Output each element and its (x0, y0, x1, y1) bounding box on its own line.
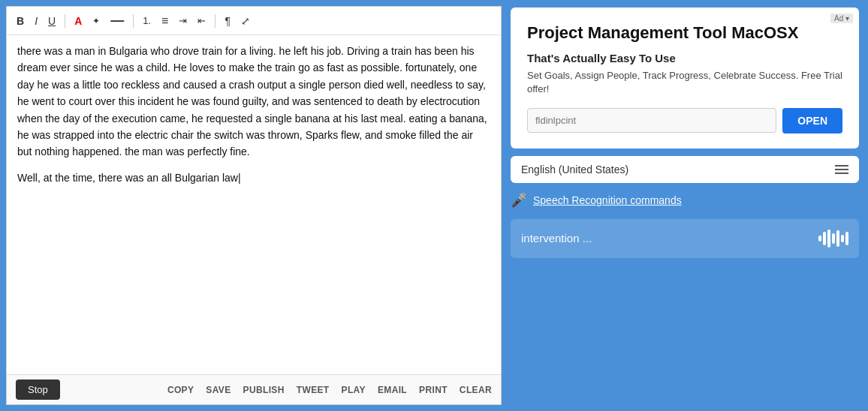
toolbar-separator-2 (133, 14, 134, 28)
wave-bar-5 (836, 230, 839, 247)
stop-button[interactable]: Stop (16, 380, 60, 400)
wave-bar-7 (845, 232, 848, 245)
wave-bar-2 (823, 232, 826, 245)
editor-active-text: Well, at the time, there was an all Bulg… (17, 172, 238, 184)
speech-row: 🎤 Speech Recognition commands (511, 190, 859, 210)
ad-url-input[interactable] (527, 108, 776, 133)
wave-bar-1 (818, 236, 821, 242)
numbered-list-button[interactable]: 1. (139, 14, 155, 28)
save-button[interactable]: SAVE (206, 385, 231, 395)
toolbar-separator-1 (65, 14, 65, 28)
wave-bar-4 (832, 233, 835, 244)
italic-button[interactable]: I (31, 14, 41, 28)
right-panel: Ad ▾ Project Management Tool MacOSX That… (502, 0, 868, 411)
underline-button[interactable]: U (44, 14, 59, 28)
outdent-button[interactable]: ⇤ (194, 14, 209, 28)
tweet-button[interactable]: TWEET (297, 385, 330, 395)
ad-title: Project Management Tool MacOSX (527, 22, 842, 44)
ad-badge: Ad ▾ (830, 14, 853, 23)
print-button[interactable]: PRINT (419, 385, 448, 395)
expand-button[interactable]: ⤢ (237, 14, 254, 28)
speech-commands-link[interactable]: Speech Recognition commands (533, 194, 682, 206)
toolbar-separator-3 (215, 14, 215, 28)
recognition-text: intervention ... (521, 232, 592, 244)
editor-toolbar: B I U A ✦ — 1. ≡ ⇥ ⇤ ¶ ⤢ (7, 7, 501, 35)
ad-open-button[interactable]: OPEN (782, 108, 842, 134)
strikethrough-button[interactable]: — (107, 11, 128, 30)
clear-button[interactable]: CLEAR (460, 385, 492, 395)
recognition-bar: intervention ... (511, 219, 859, 258)
ad-card: Ad ▾ Project Management Tool MacOSX That… (511, 8, 859, 148)
ad-description: Set Goals, Assign People, Track Progress… (527, 69, 842, 96)
editor-paragraph-2: Well, at the time, there was an all Bulg… (17, 170, 490, 186)
text-cursor (238, 172, 241, 184)
microphone-icon: 🎤 (511, 192, 527, 208)
email-button[interactable]: EMAIL (378, 385, 407, 395)
wave-bar-3 (827, 230, 830, 248)
ad-subtitle: That's Actually Easy To Use (527, 52, 842, 64)
highlight-button[interactable]: ✦ (89, 14, 104, 28)
language-label: English (United States) (521, 164, 628, 176)
play-button[interactable]: PLAY (342, 385, 366, 395)
copy-button[interactable]: COPY (167, 385, 194, 395)
editor-footer: Stop COPY SAVE PUBLISH TWEET PLAY EMAIL … (7, 374, 501, 404)
editor-paragraph-1: there was a man in Bulgaria who drove tr… (17, 43, 490, 160)
bullet-list-button[interactable]: ≡ (158, 13, 172, 29)
ad-input-row: OPEN (527, 108, 842, 134)
language-menu-icon[interactable] (835, 165, 848, 174)
language-bar[interactable]: English (United States) (511, 156, 859, 183)
waveform-indicator (818, 228, 848, 249)
wave-bar-6 (841, 235, 844, 242)
editor-panel: B I U A ✦ — 1. ≡ ⇥ ⇤ ¶ ⤢ there was a man… (6, 6, 502, 405)
bold-button[interactable]: B (13, 14, 28, 28)
font-color-button[interactable]: A (71, 14, 86, 28)
paragraph-button[interactable]: ¶ (221, 14, 234, 28)
footer-actions: COPY SAVE PUBLISH TWEET PLAY EMAIL PRINT… (167, 385, 492, 395)
editor-content[interactable]: there was a man in Bulgaria who drove tr… (7, 35, 501, 374)
publish-button[interactable]: PUBLISH (243, 385, 285, 395)
indent-button[interactable]: ⇥ (175, 14, 191, 28)
